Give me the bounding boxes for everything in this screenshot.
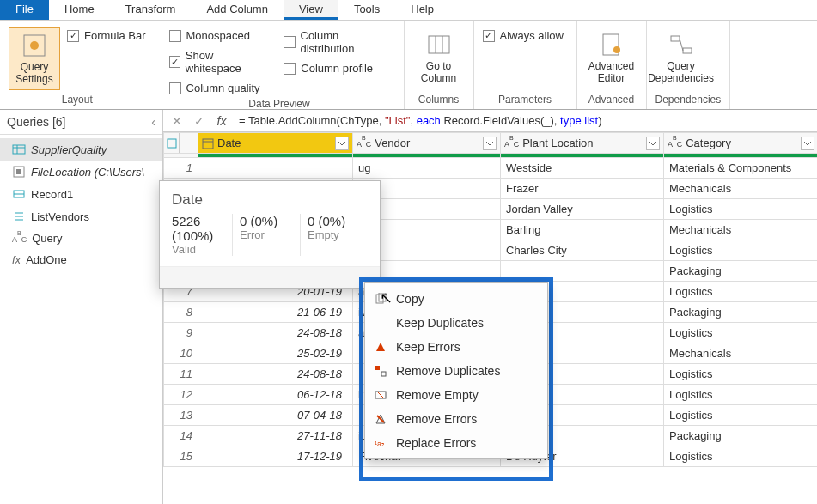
accept-formula-button[interactable]: ✓: [191, 112, 208, 130]
cell-date[interactable]: [198, 158, 353, 179]
cell-category[interactable]: Logistics: [664, 446, 818, 467]
profile-menu-button[interactable]: ⋯: [160, 266, 380, 288]
table-icon: [167, 138, 177, 149]
cell-category[interactable]: Mechanicals: [664, 220, 818, 240]
queries-header[interactable]: Queries [6] ‹: [0, 110, 162, 135]
formula-input[interactable]: = Table.AddColumn(ChType, "List", each R…: [235, 112, 812, 129]
help-menu[interactable]: Help: [395, 0, 449, 20]
cell-date[interactable]: 06-12-18: [198, 385, 353, 405]
ctx-remove-empty[interactable]: Remove Empty: [365, 383, 547, 407]
cancel-formula-button[interactable]: ✕: [168, 112, 186, 130]
query-item[interactable]: SupplierQuality: [0, 138, 162, 161]
filter-dropdown-date[interactable]: [335, 137, 349, 150]
cell-category[interactable]: Logistics: [664, 282, 818, 302]
cell-category[interactable]: Logistics: [664, 364, 818, 385]
ribbon-group-layout: Query Settings ✓ Formula Bar Layout: [0, 21, 155, 109]
query-item[interactable]: ListVendors: [0, 205, 162, 228]
cell-vendor[interactable]: ug: [353, 158, 501, 179]
ctx-copy[interactable]: Copy: [365, 287, 547, 311]
row-number: 1: [164, 158, 198, 179]
cell-category[interactable]: Logistics: [664, 323, 818, 343]
cell-date[interactable]: 24-08-18: [198, 364, 353, 385]
row-number: 8: [164, 302, 198, 323]
cell-category[interactable]: Logistics: [664, 199, 818, 220]
filter-dropdown-category[interactable]: [801, 137, 814, 150]
monospaced-checkbox[interactable]: Monospaced: [169, 27, 267, 44]
query-settings-button[interactable]: Query Settings: [9, 27, 60, 90]
copy-icon: [374, 292, 387, 306]
file-menu[interactable]: File: [0, 0, 49, 20]
row-number: 13: [164, 405, 198, 426]
view-menu[interactable]: View: [284, 0, 338, 20]
cell-plant[interactable]: [501, 261, 664, 282]
parameters-group-label: Parameters: [483, 92, 568, 107]
query-item[interactable]: fxAddOne: [0, 249, 162, 270]
query-item[interactable]: FileLocation (C:\Users\: [0, 161, 162, 183]
cell-date[interactable]: 25-02-19: [198, 343, 353, 364]
fx-icon[interactable]: fx: [213, 112, 230, 130]
goto-column-button[interactable]: Go to Column: [413, 27, 465, 88]
svg-line-9: [680, 39, 683, 51]
column-distribution-checkbox[interactable]: Column distribution: [284, 27, 389, 57]
replace-errors-icon: ¹a₂: [374, 436, 387, 450]
table-row[interactable]: 1ugWestsideMaterials & Components: [164, 158, 818, 179]
advanced-editor-button[interactable]: Advanced Editor: [586, 27, 637, 88]
cell-category[interactable]: Packaging: [664, 302, 818, 323]
cell-date[interactable]: 07-04-18: [198, 405, 353, 426]
filter-dropdown-plant[interactable]: [646, 137, 660, 150]
tools-menu[interactable]: Tools: [338, 0, 395, 20]
cell-plant[interactable]: Westside: [501, 158, 664, 179]
column-profile-popover: Date 5226 (100%)Valid 0 (0%)Error 0 (0%)…: [159, 180, 381, 289]
cell-plant[interactable]: Charles City: [501, 240, 664, 261]
collapse-icon[interactable]: ‹: [151, 115, 155, 129]
transform-menu[interactable]: Transform: [110, 0, 192, 20]
cell-category[interactable]: Packaging: [664, 261, 818, 282]
svg-rect-20: [168, 139, 176, 148]
ctx-keep-errors[interactable]: Keep Errors: [365, 335, 547, 359]
column-header-date[interactable]: Date: [198, 133, 352, 153]
context-menu: Copy Keep Duplicates Keep Errors Remove …: [364, 282, 548, 459]
ctx-keep-duplicates[interactable]: Keep Duplicates: [365, 311, 547, 335]
column-header-category[interactable]: ABC Category: [664, 133, 817, 153]
svg-rect-8: [683, 48, 692, 53]
cell-plant[interactable]: Barling: [501, 220, 664, 240]
menubar: File Home Transform Add Column View Tool…: [0, 0, 817, 21]
formula-bar-checkbox[interactable]: ✓ Formula Bar: [67, 27, 146, 44]
cell-date[interactable]: 17-12-19: [198, 446, 353, 467]
query-dependencies-button[interactable]: Query Dependencies: [655, 27, 707, 88]
always-allow-checkbox[interactable]: ✓Always allow: [483, 27, 564, 44]
addcolumn-menu[interactable]: Add Column: [191, 0, 284, 20]
column-header-vendor[interactable]: ABC Vendor: [353, 133, 500, 153]
query-item[interactable]: ABCQuery: [0, 228, 162, 249]
cell-date[interactable]: 24-08-18: [198, 323, 353, 343]
svg-rect-21: [203, 139, 213, 149]
cell-date[interactable]: 21-06-19: [198, 302, 353, 323]
row-number: 14: [164, 426, 198, 446]
ctx-remove-duplicates[interactable]: Remove Duplicates: [365, 359, 547, 383]
cell-plant[interactable]: Jordan Valley: [501, 199, 664, 220]
cell-plant[interactable]: Frazer: [501, 179, 664, 199]
home-menu[interactable]: Home: [49, 0, 110, 20]
ribbon-group-parameters: ✓Always allow Parameters: [474, 21, 577, 109]
cell-category[interactable]: Logistics: [664, 385, 818, 405]
query-item[interactable]: Record1: [0, 183, 162, 205]
cell-category[interactable]: Logistics: [664, 240, 818, 261]
cell-category[interactable]: Materials & Components: [664, 158, 818, 179]
table-corner-button[interactable]: [164, 133, 180, 153]
cell-category[interactable]: Mechanicals: [664, 179, 818, 199]
cell-category[interactable]: Packaging: [664, 426, 818, 446]
editor-icon: [598, 31, 625, 58]
column-header-plant[interactable]: ABC Plant Location: [501, 133, 663, 153]
filter-dropdown-vendor[interactable]: [483, 137, 497, 150]
ctx-replace-errors[interactable]: ¹a₂Replace Errors: [365, 431, 547, 455]
cell-category[interactable]: Mechanicals: [664, 343, 818, 364]
cell-category[interactable]: Logistics: [664, 405, 818, 426]
whitespace-checkbox[interactable]: ✓Show whitespace: [169, 47, 267, 76]
column-profile-checkbox[interactable]: Column profile: [284, 60, 389, 76]
ctx-remove-errors[interactable]: Remove Errors: [365, 407, 547, 431]
svg-line-28: [377, 392, 384, 398]
ribbon-group-advanced: Advanced Editor Advanced: [577, 21, 647, 109]
cell-date[interactable]: 27-11-18: [198, 426, 353, 446]
layout-group-label: Layout: [9, 92, 146, 107]
column-quality-checkbox[interactable]: Column quality: [169, 80, 267, 96]
